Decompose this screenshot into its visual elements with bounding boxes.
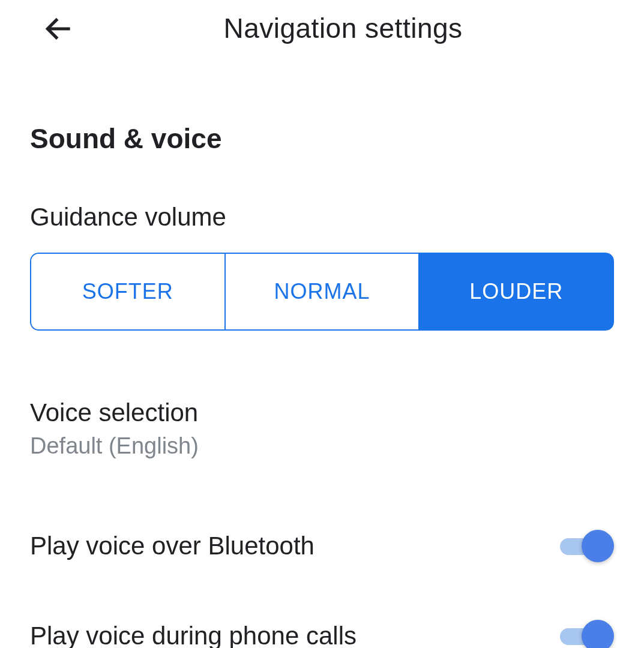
segment-louder[interactable]: LOUDER <box>420 253 614 331</box>
segment-softer[interactable]: SOFTER <box>30 253 224 331</box>
switch-thumb <box>582 620 614 648</box>
segment-normal[interactable]: NORMAL <box>224 253 420 331</box>
phone-calls-row[interactable]: Play voice during phone calls <box>30 591 614 648</box>
back-arrow-icon[interactable] <box>42 12 76 48</box>
phone-calls-toggle[interactable] <box>560 618 614 648</box>
page-title: Navigation settings <box>42 12 644 44</box>
bluetooth-label: Play voice over Bluetooth <box>30 532 314 560</box>
section-heading-sound-voice: Sound & voice <box>30 122 614 155</box>
voice-selection-subtitle: Default (English) <box>30 433 614 459</box>
switch-thumb <box>582 530 614 562</box>
voice-selection-title: Voice selection <box>30 397 614 430</box>
voice-selection-item[interactable]: Voice selection Default (English) <box>30 379 614 477</box>
bluetooth-row[interactable]: Play voice over Bluetooth <box>30 501 614 591</box>
content: Sound & voice Guidance volume SOFTER NOR… <box>0 122 644 648</box>
guidance-volume-label: Guidance volume <box>30 203 614 232</box>
phone-calls-label: Play voice during phone calls <box>30 622 357 648</box>
guidance-volume-selector: SOFTER NORMAL LOUDER <box>30 253 614 331</box>
header: Navigation settings <box>0 0 644 56</box>
bluetooth-toggle[interactable] <box>560 528 614 564</box>
